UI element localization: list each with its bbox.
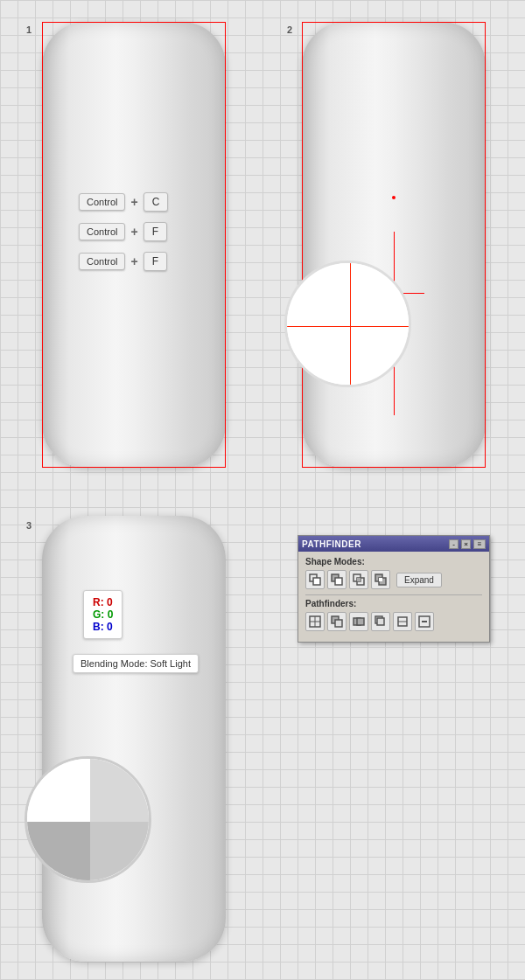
dark-gray-quad (27, 822, 90, 883)
step1-number: 1 (26, 24, 32, 35)
pathfinder-trim-btn[interactable] (327, 612, 346, 631)
pathfinder-crop-btn[interactable] (371, 612, 390, 631)
circle-cross-h (287, 326, 411, 327)
shape-modes-row: Expand (305, 570, 482, 589)
pathfinder-body: Shape Modes: (298, 552, 489, 642)
pathfinder-merge-btn[interactable] (349, 612, 368, 631)
letter-f-key-2: F (144, 252, 167, 271)
rgb-b-value: B: 0 (93, 621, 113, 633)
blending-mode-box: Blending Mode: Soft Light (73, 654, 199, 673)
control-key-1: Control (79, 193, 125, 211)
svg-rect-18 (377, 618, 384, 625)
step3-number: 3 (26, 520, 32, 531)
panel-close-btn[interactable]: × (461, 539, 471, 549)
rgb-g-value: G: 0 (93, 608, 113, 621)
pathfinder-titlebar: PATHFINDER - × ≡ (298, 536, 489, 552)
red-anchor-dot (392, 196, 396, 199)
control-key-3: Control (79, 253, 125, 270)
svg-rect-3 (335, 578, 342, 585)
letter-f-key-1: F (144, 222, 167, 241)
shape-add-btn[interactable] (305, 570, 325, 589)
white-quad (27, 759, 90, 822)
circle-cross-v (350, 263, 351, 387)
control-key-2: Control (79, 223, 125, 240)
letter-c-key: C (144, 192, 169, 212)
rgb-info-box: R: 0 G: 0 B: 0 (83, 590, 122, 639)
step1-cylinder (42, 22, 226, 468)
plus-symbol-1: + (130, 195, 137, 209)
shape-exclude-btn[interactable] (371, 570, 390, 589)
blending-mode-text: Blending Mode: Soft Light (80, 658, 191, 669)
pathfinder-title: PATHFINDER (302, 539, 361, 549)
light-gray-quad (90, 759, 151, 822)
svg-rect-6 (357, 578, 360, 581)
step2-number: 2 (287, 24, 292, 35)
shape-subtract-btn[interactable] (327, 570, 346, 589)
panel-menu-btn[interactable]: ≡ (473, 539, 486, 549)
step3-circle (24, 756, 151, 883)
pathfinder-minus-btn[interactable] (415, 612, 434, 631)
shortcut-row-1: Control + C (79, 192, 168, 212)
step2-circle (284, 261, 411, 387)
shape-modes-label: Shape Modes: (305, 557, 482, 566)
panel-minimize-btn[interactable]: - (449, 539, 458, 549)
step3-cylinder (42, 516, 226, 962)
rgb-r-value: R: 0 (93, 596, 113, 608)
expand-button[interactable]: Expand (396, 573, 442, 587)
pathfinders-label: Pathfinders: (305, 599, 482, 608)
pathfinder-divide-btn[interactable] (305, 612, 325, 631)
svg-rect-1 (313, 578, 320, 585)
pathfinder-panel: PATHFINDER - × ≡ Shape Modes: (298, 535, 490, 643)
svg-rect-16 (357, 618, 364, 625)
pathfinder-outline-btn[interactable] (393, 612, 412, 631)
plus-symbol-3: + (130, 254, 137, 268)
svg-rect-9 (379, 578, 382, 581)
shortcut-row-2: Control + F (79, 222, 167, 241)
shape-intersect-btn[interactable] (349, 570, 368, 589)
panel-controls: - × ≡ (449, 539, 486, 549)
plus-symbol-2: + (130, 225, 137, 239)
shortcut-row-3: Control + F (79, 252, 167, 271)
pathfinders-row (305, 612, 482, 631)
svg-rect-14 (335, 620, 342, 627)
pf-divider (305, 594, 482, 595)
med-gray-quad (90, 822, 151, 883)
